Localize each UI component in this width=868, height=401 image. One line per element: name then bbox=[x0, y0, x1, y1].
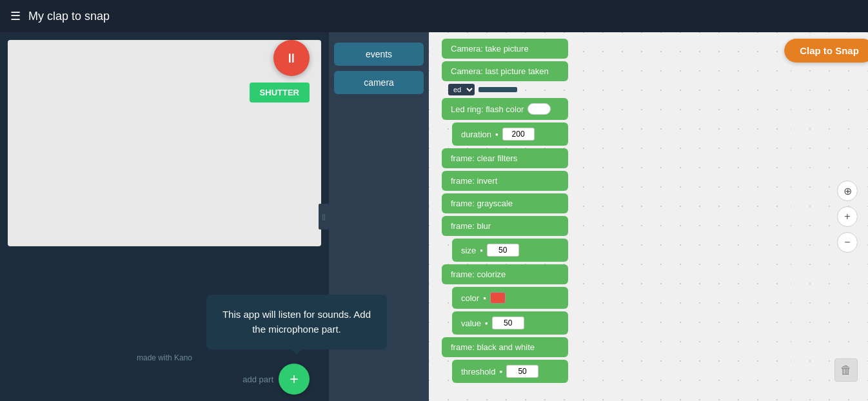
block-blur-size[interactable]: size ▪ bbox=[452, 239, 568, 262]
tooltip-bubble: This app will listen for sounds. Add the… bbox=[206, 295, 387, 349]
pause-icon: ⏸ bbox=[285, 51, 298, 66]
duration-input[interactable] bbox=[502, 128, 535, 141]
block-workspace[interactable]: Camera: take picture Camera: last pictur… bbox=[429, 32, 791, 401]
color-swatch[interactable] bbox=[490, 292, 506, 304]
tooltip-text: This app will listen for sounds. Add the… bbox=[222, 309, 371, 335]
block-frame-colorize[interactable]: frame: colorize bbox=[442, 264, 568, 284]
block-frame-bw[interactable]: frame: black and white bbox=[442, 337, 568, 357]
block-camera-take-picture[interactable]: Camera: take picture bbox=[442, 39, 568, 59]
color-icon: ▪ bbox=[483, 293, 486, 303]
block-stack: Camera: take picture Camera: last pictur… bbox=[442, 39, 568, 383]
main-content: ⏸ SHUTTER This app will listen for sound… bbox=[0, 32, 868, 401]
colorize-value-input[interactable] bbox=[492, 317, 524, 329]
toggle-switch[interactable] bbox=[528, 103, 551, 115]
threshold-input[interactable] bbox=[506, 365, 538, 378]
blur-size-input[interactable] bbox=[487, 244, 519, 257]
divider-handle[interactable]: || bbox=[319, 204, 329, 230]
block-frame-clear[interactable]: frame: clear filters bbox=[442, 148, 568, 168]
far-right-panel: Clap to Snap ⊕ + − 🗑 bbox=[791, 32, 868, 401]
slider-bar bbox=[478, 87, 517, 92]
made-with-label: made with Kano bbox=[137, 353, 192, 362]
map-controls: ⊕ + − bbox=[837, 181, 858, 253]
location-icon: ⊕ bbox=[843, 185, 852, 197]
threshold-icon: ▪ bbox=[499, 367, 502, 377]
camera-block-btn[interactable]: camera bbox=[334, 71, 424, 94]
block-frame-grayscale[interactable]: frame: grayscale bbox=[442, 193, 568, 213]
block-led-ring-flash[interactable]: Led ring: flash color bbox=[442, 98, 568, 120]
block-camera-last-picture[interactable]: Camera: last picture taken bbox=[442, 61, 568, 81]
shutter-button[interactable]: SHUTTER bbox=[250, 83, 310, 103]
header: ☰ My clap to snap bbox=[0, 0, 868, 32]
value-icon: ▪ bbox=[485, 318, 488, 328]
location-button[interactable]: ⊕ bbox=[837, 181, 858, 201]
camera-preview bbox=[8, 40, 321, 246]
pause-button[interactable]: ⏸ bbox=[273, 40, 310, 76]
events-block-btn[interactable]: events bbox=[334, 43, 424, 66]
menu-icon[interactable]: ☰ bbox=[10, 9, 21, 23]
zoom-out-icon: − bbox=[844, 237, 850, 248]
size-icon: ▪ bbox=[480, 246, 483, 255]
block-colorize-value[interactable]: value ▪ bbox=[452, 311, 568, 335]
block-colorize-color[interactable]: color ▪ bbox=[452, 287, 568, 309]
trash-button[interactable]: 🗑 bbox=[834, 358, 858, 382]
zoom-in-button[interactable]: + bbox=[837, 206, 858, 227]
zoom-out-button[interactable]: − bbox=[837, 232, 858, 253]
block-frame-blur[interactable]: frame: blur bbox=[442, 216, 568, 236]
app-title: My clap to snap bbox=[28, 10, 110, 23]
left-panel: ⏸ SHUTTER This app will listen for sound… bbox=[0, 32, 329, 401]
divider-icon: || bbox=[322, 213, 325, 220]
clap-to-snap-button[interactable]: Clap to Snap bbox=[784, 39, 868, 63]
add-part-label: add part bbox=[242, 375, 273, 384]
block-led-duration[interactable]: duration ▪ bbox=[452, 122, 568, 146]
zoom-in-icon: + bbox=[844, 211, 850, 222]
trash-icon: 🗑 bbox=[840, 364, 852, 377]
block-bw-threshold[interactable]: threshold ▪ bbox=[452, 360, 568, 383]
add-part-button[interactable]: + bbox=[279, 364, 310, 395]
size-input-icon: ▪ bbox=[495, 130, 498, 139]
block-frame-invert[interactable]: frame: invert bbox=[442, 171, 568, 191]
add-icon: + bbox=[290, 370, 299, 388]
add-part-area: add part + bbox=[242, 364, 310, 395]
filter-dropdown[interactable]: ed bbox=[448, 84, 475, 95]
